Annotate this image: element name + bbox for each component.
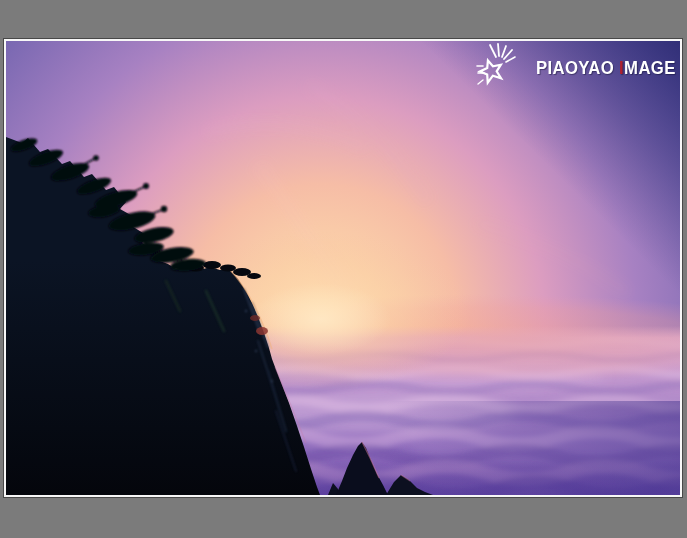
sunlit-shrub: [256, 327, 268, 335]
sunlit-shrub: [250, 315, 260, 321]
landscape-photo: [6, 41, 680, 495]
desktop-background: PIAOYAO IMAGE: [0, 0, 687, 538]
photo-frame: PIAOYAO IMAGE: [4, 39, 682, 497]
